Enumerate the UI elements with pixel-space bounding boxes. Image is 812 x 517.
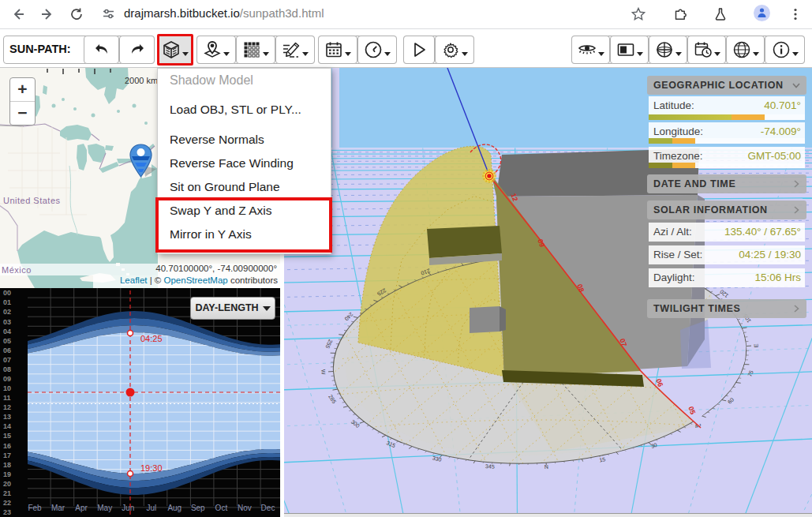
svg-text:N: N — [544, 464, 549, 470]
svg-text:00: 00 — [3, 289, 11, 297]
svg-text:Mar: Mar — [51, 504, 65, 512]
svg-text:Feb: Feb — [28, 504, 42, 512]
svg-text:May: May — [97, 504, 112, 512]
svg-text:Jun: Jun — [122, 504, 134, 512]
svg-text:13: 13 — [3, 413, 11, 421]
svg-text:22: 22 — [3, 499, 11, 507]
svg-text:08: 08 — [3, 365, 11, 373]
svg-text:Dec: Dec — [261, 504, 275, 512]
svg-text:E: E — [753, 343, 758, 347]
svg-text:23: 23 — [3, 508, 11, 516]
svg-text:Jul: Jul — [146, 504, 156, 512]
svg-text:Oct: Oct — [215, 504, 228, 512]
svg-text:19: 19 — [3, 470, 11, 478]
svg-text:10: 10 — [3, 384, 11, 392]
svg-text:09: 09 — [3, 375, 11, 383]
svg-text:15: 15 — [3, 432, 11, 440]
svg-text:16: 16 — [3, 442, 11, 450]
svg-text:11: 11 — [3, 394, 11, 402]
svg-text:Sep: Sep — [191, 504, 205, 512]
svg-text:345: 345 — [485, 463, 495, 470]
svg-text:15: 15 — [599, 456, 606, 463]
svg-text:17: 17 — [3, 451, 11, 459]
svg-text:12: 12 — [3, 403, 11, 411]
svg-text:Apr: Apr — [75, 504, 88, 512]
svg-text:W: W — [320, 369, 326, 375]
svg-text:18: 18 — [3, 461, 11, 469]
svg-text:21: 21 — [3, 489, 11, 497]
svg-text:05: 05 — [3, 337, 11, 345]
svg-text:01: 01 — [3, 298, 11, 306]
svg-text:04:25: 04:25 — [140, 334, 163, 343]
svg-text:19:30: 19:30 — [140, 463, 163, 473]
svg-text:04: 04 — [3, 328, 11, 335]
svg-text:Nov: Nov — [238, 504, 252, 512]
svg-text:07: 07 — [3, 356, 11, 364]
svg-text:06: 06 — [3, 347, 11, 354]
svg-text:03: 03 — [3, 318, 11, 326]
svg-text:14: 14 — [3, 422, 11, 430]
svg-text:02: 02 — [3, 308, 11, 316]
svg-text:Aug: Aug — [167, 504, 181, 512]
svg-text:20: 20 — [3, 480, 11, 488]
